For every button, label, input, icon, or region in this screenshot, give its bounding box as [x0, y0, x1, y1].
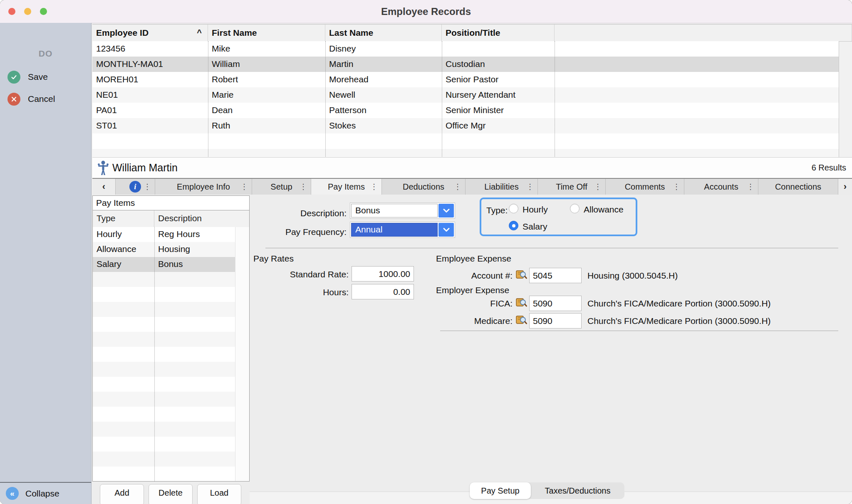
tab-liabilities[interactable]: Liabilities ⋮ — [466, 179, 538, 195]
tab-menu-dots-icon[interactable]: ⋮ — [300, 182, 307, 191]
save-button[interactable]: Save — [7, 69, 48, 85]
description-dropdown-button[interactable] — [438, 204, 454, 217]
pay-items-column-description[interactable]: Description — [154, 210, 202, 227]
sort-ascending-icon[interactable]: ^ — [197, 28, 202, 37]
type-radio-group: Type: Hourly Allowance Salary — [480, 198, 637, 236]
tab-deductions[interactable]: Deductions ⋮ — [382, 179, 466, 195]
collapse-button[interactable]: « Collapse — [0, 482, 91, 504]
cell-first-name: Marie — [208, 87, 325, 103]
tab-menu-dots-icon[interactable]: ⋮ — [144, 182, 151, 191]
type-hourly-radio[interactable] — [509, 204, 518, 213]
pay-frequency-dropdown-button[interactable] — [438, 223, 454, 237]
pay-item-row-empty — [93, 392, 235, 407]
tab-comments[interactable]: Comments ⋮ — [606, 179, 684, 195]
description-combobox[interactable]: Bonus — [350, 203, 455, 219]
pay-frequency-label: Pay Frequency: — [250, 227, 347, 237]
type-allowance-label[interactable]: Allowance — [584, 205, 624, 215]
column-header-first-name[interactable]: First Name — [208, 25, 325, 41]
pay-items-column-type[interactable]: Type — [93, 210, 154, 227]
column-divider — [325, 41, 326, 158]
type-salary-radio[interactable] — [509, 221, 518, 230]
tab-accounts[interactable]: Accounts ⋮ — [684, 179, 758, 195]
account-number-input[interactable] — [529, 268, 582, 283]
pay-frequency-combobox[interactable]: Annual — [350, 222, 455, 238]
cell-last-name: Stokes — [325, 118, 442, 133]
tab-menu-dots-icon[interactable]: ⋮ — [594, 182, 602, 191]
delete-button[interactable]: Delete — [149, 484, 193, 504]
medicare-lookup-icon[interactable] — [516, 314, 527, 325]
save-check-icon — [7, 71, 20, 84]
table-row-empty — [92, 133, 839, 149]
account-lookup-icon[interactable] — [516, 269, 527, 280]
table-row[interactable]: PA01 Dean Patterson Senior Minister — [92, 103, 839, 118]
cell-employee-id: NE01 — [92, 87, 208, 103]
tab-connections[interactable]: Connections — [758, 179, 838, 195]
tab-menu-dots-icon[interactable]: ⋮ — [747, 182, 754, 191]
fica-lookup-icon[interactable] — [516, 297, 527, 308]
cell-first-name: Ruth — [208, 118, 325, 133]
tab-menu-dots-icon[interactable]: ⋮ — [454, 182, 461, 191]
pay-item-row-empty — [93, 302, 235, 317]
table-row[interactable]: ST01 Ruth Stokes Office Mgr — [92, 118, 839, 133]
tab-menu-dots-icon[interactable]: ⋮ — [370, 182, 378, 191]
pay-item-row-selected[interactable]: Salary Bonus — [93, 257, 235, 272]
window-title: Employee Records — [0, 0, 852, 23]
cell-empty — [555, 87, 839, 103]
tab-menu-dots-icon[interactable]: ⋮ — [526, 182, 534, 191]
hours-input[interactable] — [352, 284, 414, 299]
description-value[interactable]: Bonus — [351, 204, 438, 217]
pay-item-row-empty — [93, 347, 235, 362]
type-hourly-label[interactable]: Hourly — [523, 205, 548, 215]
type-allowance-radio[interactable] — [570, 204, 580, 213]
pay-frequency-value[interactable]: Annual — [351, 223, 438, 237]
type-salary-label[interactable]: Salary — [523, 222, 547, 232]
tab-menu-dots-icon[interactable]: ⋮ — [673, 182, 680, 191]
cell-last-name: Newell — [325, 87, 442, 103]
tab-pay-items[interactable]: Pay Items ⋮ — [311, 179, 382, 195]
tab-employee-info[interactable]: Employee Info ⋮ — [155, 179, 252, 195]
table-row-selected[interactable]: MONTHLY-MA01 William Martin Custodian — [92, 57, 839, 72]
pay-items-list: Hourly Reg Hours Allowance Housing Salar… — [93, 227, 235, 481]
tab-time-off[interactable]: Time Off ⋮ — [538, 179, 606, 195]
tab-taxes-deductions[interactable]: Taxes/Deductions — [531, 482, 624, 499]
save-label: Save — [28, 72, 48, 82]
tab-setup[interactable]: Setup ⋮ — [252, 179, 311, 195]
tab-label: Liabilities — [484, 182, 518, 192]
cell-employee-id: ST01 — [92, 118, 208, 133]
cell-first-name: William — [208, 57, 325, 72]
tab-menu-dots-icon[interactable]: ⋮ — [240, 182, 248, 191]
type-label: Type: — [486, 205, 508, 215]
tabs-scroll-right-button[interactable]: › — [838, 179, 852, 195]
table-row[interactable]: MOREH01 Robert Morehead Senior Pastor — [92, 72, 839, 87]
load-button[interactable]: Load — [197, 484, 241, 504]
action-sidebar: DO Save Cancel « Collapse — [0, 23, 92, 504]
tab-info[interactable]: i ⋮ — [116, 179, 155, 195]
medicare-account-input[interactable] — [529, 313, 582, 329]
table-row[interactable]: NE01 Marie Newell Nursery Attendant — [92, 87, 839, 103]
collapse-chevrons-icon: « — [6, 487, 19, 500]
column-header-employee-id[interactable]: Employee ID ^ — [92, 25, 208, 41]
cell-position: Office Mgr — [442, 118, 555, 133]
column-header-label: Last Name — [329, 28, 373, 37]
add-button[interactable]: Add — [100, 484, 144, 504]
cell-empty — [555, 57, 839, 72]
column-header-last-name[interactable]: Last Name — [325, 25, 442, 41]
pay-item-row-empty — [93, 452, 235, 467]
table-row[interactable]: 123456 Mike Disney — [92, 41, 839, 57]
tab-pay-setup[interactable]: Pay Setup — [470, 482, 531, 499]
cell-description: Bonus — [154, 257, 235, 272]
record-header: William Martin 6 Results — [92, 157, 852, 178]
standard-rate-input[interactable] — [352, 266, 414, 282]
pay-item-row-empty — [93, 377, 235, 392]
pay-items-content: Pay Items Type Description Hourly Reg Ho… — [92, 195, 852, 504]
pay-items-scrollbar[interactable] — [235, 227, 249, 481]
cell-first-name: Mike — [208, 41, 325, 57]
account-description: Housing (3000.5045.H) — [587, 271, 678, 281]
selected-employee-name: William Martin — [112, 162, 178, 174]
pay-item-row[interactable]: Hourly Reg Hours — [93, 227, 235, 242]
fica-account-input[interactable] — [529, 296, 582, 311]
cancel-button[interactable]: Cancel — [7, 91, 55, 107]
pay-item-row[interactable]: Allowance Housing — [93, 242, 235, 257]
tabs-scroll-left-button[interactable]: ‹ — [92, 179, 116, 195]
column-header-position[interactable]: Position/Title — [442, 25, 555, 41]
